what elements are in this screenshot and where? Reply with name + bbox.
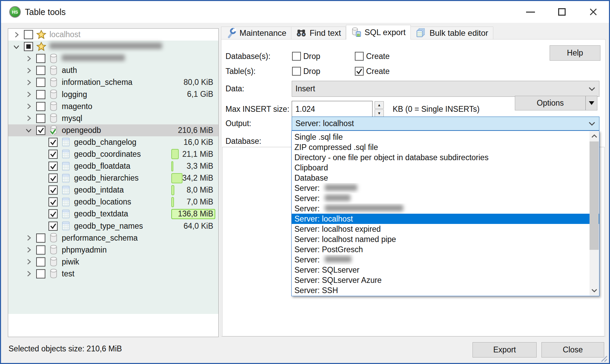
chevron-right-icon[interactable] <box>24 257 33 267</box>
spinner-up-button[interactable]: ▲ <box>375 101 384 109</box>
dropdown-scrollbar[interactable] <box>590 131 599 295</box>
chevron-right-icon[interactable] <box>24 113 33 123</box>
data-select[interactable]: Insert <box>292 81 599 97</box>
max-insert-size-input[interactable]: 1.024 <box>292 101 373 117</box>
tree-checkbox-unchecked[interactable] <box>36 54 45 63</box>
tree-row-test[interactable]: test <box>8 268 218 280</box>
chevron-right-icon[interactable] <box>24 233 33 243</box>
tree-checkbox-unchecked[interactable] <box>36 257 45 267</box>
tables-create-checkbox[interactable] <box>355 67 364 76</box>
tree-row-opengeodb[interactable]: opengeodb210,6 MiB <box>8 124 218 136</box>
tree-row-geodb_textdata[interactable]: geodb_textdata136,8 MiB <box>8 208 218 220</box>
tree-row-mysql[interactable]: mysql <box>8 112 218 124</box>
dropdown-option[interactable]: Database <box>292 173 599 183</box>
dropdown-option[interactable]: Server: SSH <box>292 285 599 295</box>
close-button[interactable] <box>585 4 601 20</box>
dropdown-option[interactable]: Server: localhost <box>292 214 599 224</box>
chevron-right-icon[interactable] <box>24 54 33 63</box>
tab-maintenance[interactable]: Maintenance <box>221 27 291 40</box>
dropdown-option[interactable]: Server: localhost named pipe <box>292 234 599 244</box>
dropdown-option[interactable]: ZIP compressed .sql file <box>292 142 599 152</box>
chevron-right-icon[interactable] <box>24 245 33 255</box>
output-select[interactable]: Server: localhost <box>292 117 599 131</box>
dropdown-option[interactable]: Server: SQLserver Azure <box>292 275 599 285</box>
dropdown-option[interactable]: Server: <box>292 193 599 203</box>
tree-checkbox-checked[interactable] <box>48 162 58 171</box>
tree-checkbox-unchecked[interactable] <box>36 114 45 123</box>
tree-row-geodb_intdata[interactable]: geodb_intdata8,0 MiB <box>8 184 218 196</box>
databases-create-checkbox[interactable] <box>355 52 364 61</box>
chevron-down-icon[interactable] <box>12 42 21 51</box>
tree-checkbox-checked[interactable] <box>48 209 58 218</box>
scrollbar-thumb[interactable] <box>590 141 599 250</box>
tree-row-auth[interactable]: auth <box>8 64 218 76</box>
options-dropdown-button[interactable] <box>585 96 597 110</box>
tree-row-localhost[interactable]: localhost <box>8 29 218 41</box>
databases-drop-checkbox[interactable] <box>292 52 301 61</box>
tree-row-geodb_coordinates[interactable]: geodb_coordinates21,1 MiB <box>8 148 218 160</box>
chevron-right-icon[interactable] <box>24 269 33 278</box>
tree-checkbox-unchecked[interactable] <box>24 30 33 39</box>
tree-row-magento[interactable]: magento <box>8 101 218 112</box>
minimize-button[interactable] <box>522 4 539 20</box>
chevron-down-icon[interactable] <box>24 125 33 135</box>
dropdown-option[interactable]: Server: SQLserver <box>292 265 599 275</box>
chevron-right-icon[interactable] <box>24 66 33 75</box>
dropdown-option[interactable]: Server: localhost expired <box>292 224 599 234</box>
options-button[interactable]: Options <box>515 96 597 110</box>
tree-row-geodb_floatdata[interactable]: geodb_floatdata3,3 MiB <box>8 160 218 172</box>
dropdown-option[interactable]: Server: <box>292 203 599 214</box>
tree-checkbox-unchecked[interactable] <box>36 102 45 111</box>
tree-checkbox-checked[interactable] <box>48 150 58 159</box>
tree-row-phpmyadmin[interactable]: phpmyadmin <box>8 244 218 256</box>
object-tree[interactable]: localhostauthinformation_schema80,0 KiBl… <box>8 28 219 337</box>
tab-sql-export[interactable]: SQL export <box>346 25 411 40</box>
tree-row-geodb_type_names[interactable]: geodb_type_names64,0 KiB <box>8 220 218 232</box>
tab-bulk-table-editor[interactable]: Bulk table editor <box>411 27 493 40</box>
tree-checkbox-checked[interactable] <box>48 138 58 147</box>
resize-grip[interactable] <box>599 353 608 362</box>
tree-checkbox-checked[interactable] <box>48 222 58 231</box>
tree-row-piwik[interactable]: piwik <box>8 256 218 268</box>
chevron-right-icon[interactable] <box>24 102 33 111</box>
spinner-down-button[interactable]: ▼ <box>375 109 384 117</box>
tree-row-geodb_changelog[interactable]: geodb_changelog16,0 KiB <box>8 136 218 148</box>
dropdown-option[interactable]: Directory - one file per object in datab… <box>292 152 599 163</box>
dropdown-option[interactable]: Clipboard <box>292 163 599 173</box>
maximize-button[interactable] <box>554 4 570 20</box>
close-dialog-button[interactable]: Close <box>541 342 604 358</box>
tree-row-redacted[interactable] <box>8 41 218 52</box>
tree-row-logging[interactable]: logging6,1 GiB <box>8 88 218 100</box>
tree-checkbox-unchecked[interactable] <box>36 245 45 255</box>
scroll-up-button[interactable] <box>590 131 599 141</box>
tree-row-geodb_hierarchies[interactable]: geodb_hierarchies34,2 MiB <box>8 172 218 184</box>
tree-row-geodb_locations[interactable]: geodb_locations7,0 MiB <box>8 196 218 208</box>
tree-background <box>8 280 218 314</box>
tree-row-redacted[interactable] <box>8 52 218 64</box>
dropdown-option[interactable]: Server: PostGresch <box>292 244 599 255</box>
dropdown-option[interactable]: Single .sql file <box>292 132 599 142</box>
tree-checkbox-unchecked[interactable] <box>36 66 45 75</box>
scroll-down-button[interactable] <box>590 286 599 295</box>
chevron-right-icon[interactable] <box>24 78 33 87</box>
tree-checkbox-checked[interactable] <box>36 126 45 135</box>
tree-checkbox-unchecked[interactable] <box>36 90 45 99</box>
tables-drop-checkbox[interactable] <box>292 67 301 76</box>
tree-checkbox-partial[interactable] <box>24 42 33 51</box>
dropdown-option[interactable]: Server: <box>292 183 599 193</box>
tab-find-text[interactable]: Find text <box>291 27 346 40</box>
output-dropdown-list[interactable]: Single .sql fileZIP compressed .sql file… <box>291 131 599 296</box>
tree-checkbox-checked[interactable] <box>48 173 58 183</box>
tree-row-information_schema[interactable]: information_schema80,0 KiB <box>8 76 218 88</box>
tree-checkbox-unchecked[interactable] <box>36 269 45 278</box>
tree-checkbox-checked[interactable] <box>48 197 58 207</box>
tree-checkbox-unchecked[interactable] <box>36 233 45 243</box>
tree-checkbox-unchecked[interactable] <box>36 78 45 87</box>
tree-row-performance_schema[interactable]: performance_schema <box>8 232 218 244</box>
chevron-right-icon[interactable] <box>12 30 21 40</box>
tree-checkbox-checked[interactable] <box>48 185 58 195</box>
help-button[interactable]: Help <box>550 45 600 61</box>
export-button[interactable]: Export <box>473 342 537 358</box>
chevron-right-icon[interactable] <box>24 90 33 99</box>
dropdown-option[interactable]: Server: <box>292 255 599 265</box>
